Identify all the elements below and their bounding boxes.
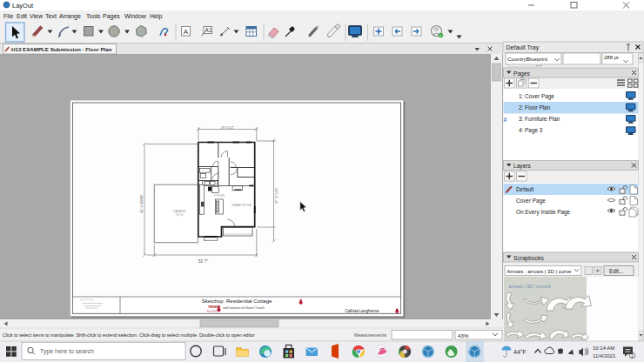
svg-text:Sketchup: Residential Cottage: Sketchup: Residential Cottage <box>202 298 272 304</box>
svg-text:Text: Text <box>45 13 57 19</box>
svg-text:288 pt: 288 pt <box>604 55 619 60</box>
svg-text:Default: Default <box>516 186 533 192</box>
svg-text:51' 7": 51' 7" <box>198 259 209 264</box>
svg-text:43%: 43% <box>458 332 469 339</box>
svg-text:A1: A1 <box>205 27 212 33</box>
svg-text:KITCHEN: KITCHEN <box>214 194 225 198</box>
svg-text:Type here to search: Type here to search <box>40 348 94 355</box>
svg-text:Measurements: Measurements <box>354 332 386 338</box>
svg-text:Help: Help <box>150 13 163 20</box>
svg-text:44°F: 44°F <box>513 349 527 355</box>
svg-text:Tools: Tools <box>86 13 101 19</box>
svg-text:Scrapbooks: Scrapbooks <box>513 255 545 262</box>
svg-text:Default Tray: Default Tray <box>506 44 540 51</box>
svg-text:Edit...: Edit... <box>609 268 624 274</box>
svg-text:A: A <box>184 28 189 36</box>
svg-text:1: Cover Page: 1: Cover Page <box>519 93 554 100</box>
svg-text:and Initiatives for Native Tra: and Initiatives for Native Travels <box>223 306 265 310</box>
svg-text:Cover Page: Cover Page <box>516 198 546 204</box>
svg-text:Edit: Edit <box>17 13 27 19</box>
svg-text:LayOut: LayOut <box>12 2 34 10</box>
svg-text:#: # <box>504 116 507 124</box>
svg-text:Arrows : arrows | 3D | curve: Arrows : arrows | 3D | curve <box>507 269 572 274</box>
svg-text:File: File <box>3 13 13 19</box>
svg-text:11/4/2021: 11/4/2021 <box>593 353 616 359</box>
svg-text:CountryBlueprint: CountryBlueprint <box>507 56 547 62</box>
svg-text:GREAT ROOM: GREAT ROOM <box>231 204 252 207</box>
svg-text:2: Floor Plan: 2: Floor Plan <box>519 104 551 111</box>
svg-text:4: Page 3: 4: Page 3 <box>519 127 543 134</box>
svg-text:Click to select items to manip: Click to select items to manipulate. Shi… <box>3 332 255 338</box>
svg-text:Callista Langheime: Callista Langheime <box>345 309 379 313</box>
svg-text:1: 1 <box>631 353 634 359</box>
svg-text:On Every Inside Page: On Every Inside Page <box>516 209 571 216</box>
svg-text:29' 4 1/2": 29' 4 1/2" <box>221 126 235 130</box>
svg-text:576 SQ: 576 SQ <box>176 213 184 217</box>
svg-text:Fall 2021: Fall 2021 <box>207 310 218 313</box>
svg-text:Layers: Layers <box>513 163 531 170</box>
svg-text:Window: Window <box>124 13 147 19</box>
svg-text:Pages: Pages <box>103 13 120 20</box>
svg-text:TREND: TREND <box>208 305 218 309</box>
svg-text:View: View <box>30 13 44 19</box>
svg-text:3: Furniture Plan: 3: Furniture Plan <box>519 116 560 122</box>
svg-text:Pages: Pages <box>513 70 530 77</box>
svg-text:arrows | 3D | curved: arrows | 3D | curved <box>509 284 551 289</box>
svg-text:Arrange: Arrange <box>59 13 81 20</box>
svg-text:42' 4 15/16": 42' 4 15/16" <box>139 193 144 213</box>
svg-text:H13 EXAMPLE Submission - Floor: H13 EXAMPLE Submission - Floor Plan <box>11 46 112 52</box>
svg-text:37' 11 5/16": 37' 11 5/16" <box>275 187 278 204</box>
svg-text:10:14 AM: 10:14 AM <box>593 345 614 351</box>
